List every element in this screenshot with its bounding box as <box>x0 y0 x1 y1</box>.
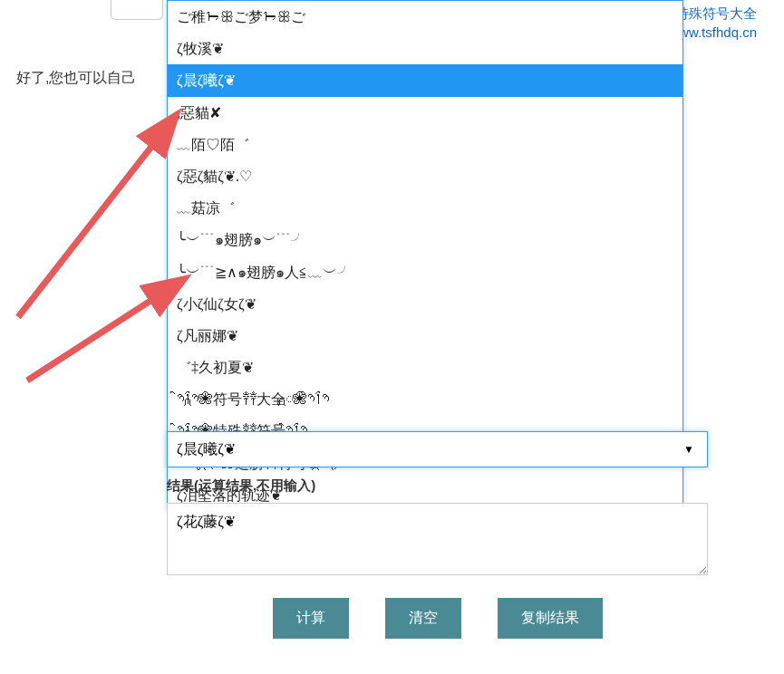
instruction-text: 好了,您也可以自己 <box>16 69 136 88</box>
dropdown-item[interactable]: ゛‡久初夏❦ <box>168 351 682 383</box>
chevron-down-icon: ▼ <box>683 443 694 457</box>
input-box-partial <box>111 0 163 20</box>
button-row: 计算 清空 复制结果 <box>167 598 708 639</box>
svg-line-2 <box>27 281 181 380</box>
result-label: 结果(运算结果,不用输入) <box>167 477 315 495</box>
dropdown-item[interactable]: ご稚ᢇꕥご梦ᢇꕥご <box>168 1 682 33</box>
dropdown-item[interactable]: ζ晨ζ曦ζ❦ <box>168 64 682 96</box>
result-textarea[interactable] <box>167 503 708 575</box>
dropdown-item[interactable]: ;惡貓✘ <box>168 97 682 129</box>
dropdown-item[interactable]: ζ惡ζ貓ζ❦.♡ <box>168 160 682 192</box>
style-select[interactable]: ζ晨ζ曦ζ❦ ▼ <box>167 431 708 467</box>
copy-result-button[interactable]: 复制结果 <box>498 598 603 639</box>
select-value: ζ晨ζ曦ζ❦ <box>177 440 236 459</box>
calc-button[interactable]: 计算 <box>273 598 349 639</box>
dropdown-item[interactable]: ﹏陌♡陌゛ <box>168 129 682 160</box>
dropdown-item[interactable]: ζ凡丽娜❦ <box>168 320 682 351</box>
dropdown-item[interactable]: ཉི།ཉྀ༾❀༿符号༒༒大全༾❀༿ཉི།ཉྀ <box>168 383 682 415</box>
dropdown-item[interactable]: ζ小ζ仙ζ女ζ❦ <box>168 288 682 320</box>
dropdown-item[interactable]: ╰︶﹉๑翅膀๑︶﹉╯ <box>168 224 682 255</box>
clear-button[interactable]: 清空 <box>385 598 461 639</box>
svg-line-1 <box>18 118 174 317</box>
dropdown-item[interactable]: ╰︶﹉≧∧๑翅膀๑人≦﹏︶╯ <box>168 256 682 288</box>
dropdown-item[interactable]: ﹏菇凉゛ <box>168 192 682 224</box>
dropdown-item[interactable]: ζ牧溪❦ <box>168 33 682 64</box>
